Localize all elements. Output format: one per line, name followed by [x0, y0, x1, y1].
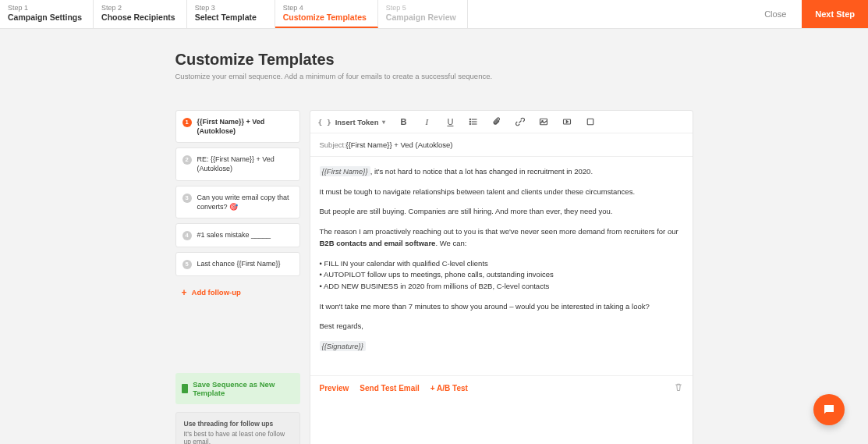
step-label: Step 5 — [386, 4, 456, 12]
step-5[interactable]: Step 5 Campaign Review — [378, 0, 468, 28]
italic-button[interactable]: I — [421, 116, 432, 127]
sequence-label: Last chance {{First Name}} — [197, 259, 281, 269]
list-icon — [469, 117, 478, 126]
ab-test-button[interactable]: + A/B Test — [430, 384, 468, 392]
editor-toolbar: { } Insert Token ▾ B I U — [310, 111, 693, 133]
delete-button[interactable] — [674, 382, 683, 393]
feature-list: FILL IN your calendar with qualified C-l… — [320, 258, 683, 293]
image-button[interactable] — [538, 116, 549, 127]
video-button[interactable] — [562, 116, 572, 127]
step-title: Choose Recipients — [101, 12, 175, 22]
sequence-item-3[interactable]: 3 Can you write email copy that converts… — [175, 186, 300, 218]
step-1[interactable]: Step 1 Campaign Settings — [0, 0, 94, 28]
plus-icon: + — [182, 287, 187, 298]
step-label: Step 3 — [195, 4, 264, 12]
tip-title: Use threading for follow ups — [184, 420, 292, 428]
svg-rect-9 — [588, 119, 594, 125]
list-button[interactable] — [468, 116, 479, 127]
subject-label: Subject: — [320, 140, 346, 149]
step-title: Campaign Review — [386, 12, 456, 22]
sequence-number: 4 — [182, 231, 192, 240]
step-label: Step 4 — [283, 4, 367, 12]
step-title: Campaign Settings — [8, 12, 82, 22]
sequence-item-5[interactable]: 5 Last chance {{First Name}} — [175, 252, 300, 276]
tip-body: It's best to have at least one follow up… — [184, 430, 292, 444]
add-followup-button[interactable]: + Add follow-up — [175, 281, 300, 304]
editor-footer: Preview Send Test Email + A/B Test — [310, 375, 693, 400]
preview-button[interactable]: Preview — [320, 384, 349, 392]
paperclip-icon — [492, 117, 501, 126]
video-icon — [562, 117, 572, 126]
insert-token-label: Insert Token — [335, 118, 379, 126]
sequence-number: 3 — [182, 194, 192, 203]
email-editor: { } Insert Token ▾ B I U — [310, 110, 693, 444]
svg-point-4 — [470, 121, 471, 122]
page-subtitle: Customize your email sequence. Add a min… — [175, 72, 693, 80]
add-followup-label: Add follow-up — [192, 288, 241, 297]
wizard-stepper: Step 1 Campaign Settings Step 2 Choose R… — [0, 0, 868, 29]
chat-fab[interactable] — [813, 394, 845, 425]
step-label: Step 1 — [8, 4, 82, 12]
checkbox-button[interactable] — [585, 116, 596, 127]
image-icon — [539, 117, 548, 126]
svg-point-3 — [470, 119, 471, 119]
step-3[interactable]: Step 3 Select Template — [187, 0, 275, 28]
trash-icon — [674, 382, 683, 392]
subject-value: {{First Name}} + Ved (Autoklose) — [346, 140, 453, 149]
sequence-label: #1 sales mistake _____ — [197, 230, 271, 240]
underline-button[interactable]: U — [445, 116, 455, 127]
sequence-item-4[interactable]: 4 #1 sales mistake _____ — [175, 223, 300, 247]
square-icon — [586, 117, 595, 126]
token-signature: {{Signature}} — [320, 341, 366, 351]
save-sequence-label: Save Sequence as New Template — [193, 380, 293, 397]
step-label: Step 2 — [101, 4, 175, 12]
save-sequence-button[interactable]: Save Sequence as New Template — [175, 373, 300, 404]
step-4[interactable]: Step 4 Customize Templates — [275, 0, 378, 28]
svg-point-5 — [470, 123, 471, 124]
chat-icon — [822, 403, 836, 417]
sequence-label: RE: {{First Name}} + Ved (Autoklose) — [197, 155, 293, 173]
sequence-number: 5 — [182, 260, 192, 269]
token-firstname: {{First Name}} — [320, 166, 370, 176]
link-button[interactable] — [515, 116, 526, 127]
subject-row[interactable]: Subject: {{First Name}} + Ved (Autoklose… — [310, 133, 693, 157]
chevron-down-icon: ▾ — [382, 119, 385, 126]
step-title: Customize Templates — [283, 12, 367, 22]
next-step-button[interactable]: Next Step — [802, 0, 868, 28]
link-icon — [515, 117, 525, 126]
email-body[interactable]: {{First Name}}, it's not hard to notice … — [310, 157, 693, 375]
sequence-item-1[interactable]: 1 {{First Name}} + Ved (Autoklose) — [175, 110, 300, 143]
tips-card: Use threading for follow ups It's best t… — [175, 412, 300, 444]
step-2[interactable]: Step 2 Choose Recipients — [94, 0, 187, 28]
sequence-sidebar: 1 {{First Name}} + Ved (Autoklose) 2 RE:… — [175, 110, 300, 444]
close-button[interactable]: Close — [749, 9, 802, 19]
attachment-button[interactable] — [491, 116, 502, 127]
sequence-label: {{First Name}} + Ved (Autoklose) — [197, 117, 293, 136]
page-title: Customize Templates — [175, 51, 693, 69]
bold-button[interactable]: B — [398, 116, 409, 127]
send-test-button[interactable]: Send Test Email — [360, 384, 420, 392]
step-title: Select Template — [195, 12, 264, 22]
sequence-label: Can you write email copy that converts? … — [197, 193, 293, 211]
sequence-number: 2 — [182, 155, 192, 165]
sequence-number: 1 — [182, 118, 192, 127]
insert-token-button[interactable]: { } Insert Token ▾ — [318, 118, 386, 126]
template-icon — [182, 384, 189, 393]
braces-icon: { } — [318, 118, 331, 126]
sequence-item-2[interactable]: 2 RE: {{First Name}} + Ved (Autoklose) — [175, 147, 300, 180]
